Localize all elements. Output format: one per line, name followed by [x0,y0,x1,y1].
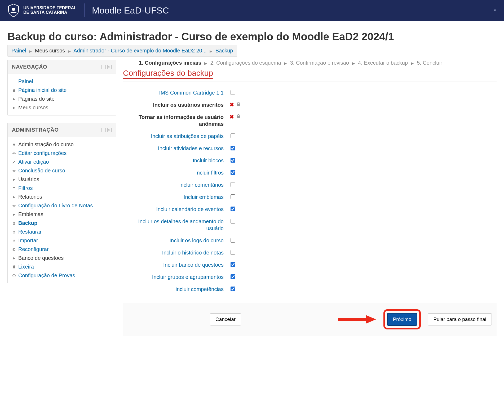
admin-item[interactable]: Importar [12,236,112,245]
breadcrumb-painel[interactable]: Painel [11,48,26,53]
admin-item-label: Relatórios [18,194,42,200]
setting-row: Incluir blocos [123,154,497,167]
setting-row: Incluir filtros [123,167,497,179]
breadcrumb-sep-icon: ▶ [210,49,212,53]
nav-item[interactable]: ▶Meus cursos [12,103,112,112]
setting-checkbox[interactable] [231,262,235,267]
admin-item[interactable]: ▶Banco de questões [12,254,112,262]
nav-item-label[interactable]: Página inicial do site [18,87,67,93]
setting-control [229,145,236,151]
setting-label: Incluir banco de questões [123,261,224,268]
nav-item[interactable]: ▶Páginas do site [12,95,112,103]
admin-item[interactable]: Editar configurações [12,149,112,158]
breadcrumb-backup[interactable]: Backup [215,48,233,53]
setting-label: Incluir blocos [123,157,224,164]
admin-item-label[interactable]: Configuração de Provas [18,272,75,279]
setting-row: Incluir atividades e recursos [123,142,497,154]
nav-item[interactable]: Painel [12,77,112,86]
block-collapse-icon[interactable]: − [101,128,106,132]
admin-item[interactable]: Filtros [12,184,112,193]
backup-settings-form: IMS Common Cartridge 1.1Incluir os usuár… [123,87,497,295]
setting-label: incluir competências [123,286,224,293]
administration-list: ▾ Administração do curso [12,140,112,149]
home-icon [12,88,16,92]
disabled-x-icon: ✖ [229,101,234,108]
admin-root[interactable]: ▾ Administração do curso [12,140,112,149]
setting-checkbox[interactable] [231,146,235,150]
step-5: 5. Concluir [417,60,442,66]
block-dock-icon[interactable]: ⇤ [107,128,112,132]
admin-item[interactable]: Lixeira [12,262,112,271]
cancel-button[interactable]: Cancelar [210,313,241,325]
admin-item-label[interactable]: Ativar edição [18,159,49,165]
admin-item-label[interactable]: Editar configurações [18,150,67,156]
admin-item[interactable]: ▶Emblemas [12,210,112,219]
admin-item-label[interactable]: Configuração do Livro de Notas [18,203,93,209]
admin-item[interactable]: Configuração do Livro de Notas [12,201,112,210]
admin-item-label[interactable]: Filtros [18,185,33,191]
admin-item[interactable]: ▶Usuários [12,175,112,184]
setting-checkbox[interactable] [231,274,235,279]
setting-checkbox[interactable] [231,133,235,138]
step-arrow-icon: ▶ [284,61,287,65]
caret-icon: ▶ [12,256,16,260]
next-button[interactable]: Próximo [387,313,417,326]
admin-item-label[interactable]: Reconfigurar [18,246,49,252]
upload-icon [12,239,16,243]
admin-item[interactable]: Restaurar [12,227,112,236]
skip-to-final-button[interactable]: Pular para o passo final [428,313,492,325]
setting-checkbox[interactable] [231,158,235,163]
brand-line2: DE SANTA CATARINA [23,10,77,15]
breadcrumb-meus-cursos: Meus cursos [35,48,65,53]
admin-item-label[interactable]: Lixeira [18,264,34,270]
admin-item[interactable]: ▶Relatórios [12,193,112,201]
navigation-list: PainelPágina inicial do site▶Páginas do … [12,77,112,112]
admin-item-label[interactable]: Restaurar [18,229,42,235]
setting-control [229,181,236,188]
setting-checkbox[interactable] [231,250,235,255]
block-dock-icon[interactable]: ⇤ [107,65,112,69]
setting-control [229,286,236,292]
admin-item[interactable]: Backup [12,219,112,227]
user-menu-caret-icon[interactable]: ▼ [493,8,497,12]
admin-item-label[interactable]: Importar [18,238,38,244]
setting-control [229,157,236,163]
setting-checkbox[interactable] [231,170,235,175]
admin-item[interactable]: Reconfigurar [12,245,112,254]
upload-icon [12,221,16,225]
brand: UNIVERSIDADE FEDERAL DE SANTA CATARINA [7,3,85,17]
admin-item[interactable]: Conclusão de curso [12,166,112,175]
block-collapse-icon[interactable]: − [101,65,106,69]
setting-control [229,89,236,96]
site-title[interactable]: Moodle EaD-UFSC [92,5,169,16]
nav-item-label[interactable]: Painel [18,78,33,84]
setting-checkbox[interactable] [231,90,235,95]
breadcrumb-course[interactable]: Administrador - Curso de exemplo do Mood… [73,48,206,53]
lock-icon [236,114,241,120]
trash-icon [12,265,16,269]
svg-point-3 [13,205,15,206]
admin-item[interactable]: Configuração de Provas [12,271,112,280]
setting-checkbox[interactable] [231,207,235,211]
setting-checkbox[interactable] [231,219,235,224]
admin-item-label: Emblemas [18,211,43,217]
navigation-block-title: NAVEGAÇÃO [12,64,47,70]
admin-item-label[interactable]: Conclusão de curso [18,168,65,174]
setting-checkbox[interactable] [231,194,235,199]
setting-checkbox[interactable] [231,182,235,187]
setting-checkbox[interactable] [231,287,235,291]
setting-checkbox[interactable] [231,238,235,243]
nav-item[interactable]: Página inicial do site [12,86,112,95]
admin-item[interactable]: Ativar edição [12,158,112,166]
gear-icon [12,151,16,155]
admin-item-label[interactable]: Backup [18,220,37,226]
administration-block: ADMINISTRAÇÃO − ⇤ ▾ Administração do cur… [7,123,116,283]
pencil-icon [12,160,16,164]
breadcrumb-sep-icon: ▶ [68,49,71,53]
setting-control: ✖ [229,101,241,108]
setting-control [229,194,236,200]
backup-steps: 1. Configurações iniciais ▶ 2. Configura… [123,60,497,66]
caret-icon: ▶ [12,106,16,110]
setting-row: Incluir os detalhes de andamento do usuá… [123,215,497,234]
setting-row: IMS Common Cartridge 1.1 [123,87,497,99]
